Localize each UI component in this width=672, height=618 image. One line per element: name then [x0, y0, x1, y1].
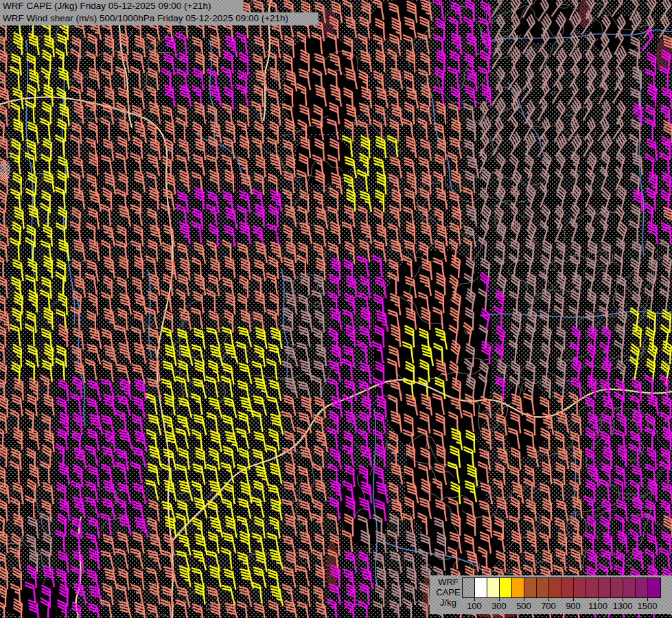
- wind-barb: [254, 291, 266, 313]
- wind-barb: [266, 273, 278, 295]
- wind-barb: [578, 222, 597, 247]
- wind-barb: [386, 359, 399, 381]
- wind-barb: [505, 169, 525, 193]
- wind-barb: [594, 205, 613, 229]
- wind-barb: [520, 185, 539, 209]
- wind-barb: [371, 255, 384, 277]
- wind-barb: [119, 428, 132, 450]
- wind-barb: [221, 67, 233, 89]
- wind-barb: [435, 102, 448, 124]
- wind-barb: [300, 360, 312, 381]
- wind-barb: [0, 49, 10, 72]
- wind-barb: [659, 341, 672, 365]
- wind-barb: [592, 100, 614, 124]
- wind-barb: [505, 219, 524, 243]
- wind-barb: [385, 273, 399, 295]
- wind-barb: [477, 462, 489, 484]
- wind-barb: [345, 68, 357, 89]
- wind-barb: [209, 85, 221, 106]
- wind-barb: [478, 258, 493, 281]
- wind-barb: [465, 205, 478, 227]
- wind-barb: [615, 444, 629, 467]
- wind-barb: [71, 413, 85, 435]
- wind-barb: [26, 290, 40, 312]
- wind-barb: [176, 33, 187, 54]
- wind-barb: [489, 184, 509, 208]
- wind-barb: [432, 308, 444, 330]
- wind-barb: [311, 33, 323, 55]
- wind-barb: [85, 273, 97, 295]
- wind-barb: [564, 184, 585, 208]
- wind-barb: [159, 204, 172, 226]
- wind-barb: [372, 602, 384, 618]
- wind-barb: [343, 601, 356, 618]
- wind-barb: [547, 205, 567, 229]
- legend-label-model: WRF: [435, 577, 462, 587]
- wind-barb: [297, 602, 310, 618]
- wind-barb: [192, 187, 206, 210]
- wind-barb: [269, 68, 281, 90]
- wind-barb: [646, 222, 659, 244]
- legend-tick-label: 700: [535, 601, 562, 611]
- wind-barb: [465, 34, 478, 56]
- legend-label: WRF CAPE J/kg: [435, 577, 462, 608]
- wind-barb: [386, 531, 399, 553]
- wind-barb: [191, 393, 202, 415]
- wind-barb: [508, 428, 520, 449]
- legend-color-cell: [574, 578, 586, 597]
- wind-barb: [386, 136, 399, 158]
- wind-barb: [540, 462, 553, 484]
- wind-barb: [401, 255, 414, 277]
- wind-barb: [341, 531, 354, 553]
- wind-barb: [8, 461, 21, 483]
- wind-barb: [552, 272, 568, 295]
- wind-barb: [236, 342, 248, 363]
- wind-barb: [12, 119, 25, 141]
- wind-barb: [69, 602, 84, 618]
- wind-barb: [480, 428, 493, 450]
- wind-barb: [474, 289, 490, 312]
- wind-barb: [58, 240, 70, 261]
- wind-barb: [356, 170, 369, 192]
- wind-barb: [373, 50, 387, 73]
- wind-barb: [132, 256, 146, 279]
- wind-barb: [73, 240, 85, 261]
- wind-barb: [404, 445, 417, 468]
- wind-barb: [178, 222, 191, 244]
- title-line-windshear: WRF Wind shear (m/s) 500/1000hPa Friday …: [0, 12, 318, 25]
- wind-barb: [251, 102, 263, 123]
- wind-barb: [237, 136, 251, 159]
- wind-barb: [41, 308, 55, 330]
- wind-barb: [630, 410, 645, 433]
- wind-barb: [433, 49, 448, 72]
- wind-barb: [631, 153, 644, 175]
- wind-barb: [98, 118, 112, 141]
- wind-barb-field: [0, 0, 672, 618]
- wind-barb: [341, 136, 354, 158]
- wind-barb: [149, 102, 161, 124]
- wind-barb: [313, 170, 327, 193]
- wind-barb: [0, 87, 10, 108]
- legend-color-cell: [636, 578, 648, 597]
- wind-barb: [432, 393, 444, 415]
- wind-barb: [85, 496, 99, 518]
- wind-barb: [312, 290, 323, 312]
- wind-barb: [480, 483, 492, 504]
- wind-barb: [473, 374, 490, 397]
- wind-barb: [592, 218, 611, 242]
- wind-barb: [221, 462, 234, 484]
- wind-barb: [582, 496, 595, 518]
- legend-tick-label: 1300: [609, 601, 636, 611]
- wind-barb: [327, 514, 338, 535]
- wind-barb: [345, 16, 357, 38]
- wind-barb: [224, 257, 236, 279]
- wind-barb: [315, 85, 327, 106]
- wind-barb: [326, 428, 338, 450]
- wind-barb: [642, 154, 657, 176]
- wind-barb: [104, 308, 115, 330]
- wind-barb: [221, 376, 233, 398]
- wind-barb: [342, 222, 354, 243]
- wind-barb: [531, 30, 553, 53]
- wind-barb: [39, 50, 54, 73]
- wind-barb: [658, 152, 671, 174]
